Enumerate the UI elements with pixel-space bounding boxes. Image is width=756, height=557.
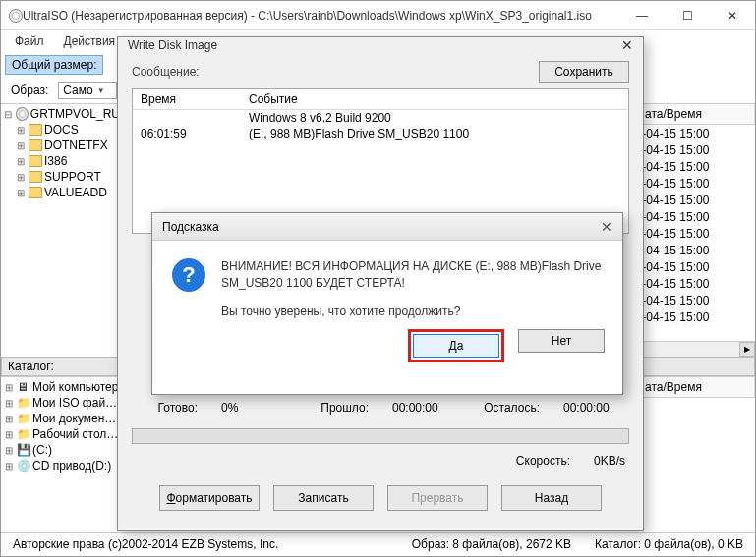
abort-button: Прервать <box>387 485 488 511</box>
wdi-close-icon[interactable]: ✕ <box>621 37 633 53</box>
ready-value: 0% <box>221 401 283 415</box>
yes-button[interactable]: Да <box>413 334 499 358</box>
local-tree-item[interactable]: ⊞📁Мои ISO фай… <box>1 395 122 411</box>
confirm-close-icon[interactable]: ✕ <box>601 219 612 235</box>
format-button[interactable]: Форматировать <box>159 485 260 511</box>
progress-bar <box>132 428 629 444</box>
confirm-dialog: Подсказка ✕ ? ВНИМАНИЕ! ВСЯ ИНФОРМАЦИЯ Н… <box>151 212 623 395</box>
remain-label: Осталось: <box>478 401 540 415</box>
message-label: Сообщение: <box>132 65 200 79</box>
back-button[interactable]: Назад <box>501 485 602 511</box>
chevron-down-icon: ▼ <box>97 86 105 95</box>
local-tree-item[interactable]: ⊞💾(C:) <box>1 442 122 458</box>
log-col-event: Событие <box>241 89 628 109</box>
local-tree-item[interactable]: ⊞💿CD привод(D:) <box>1 458 122 473</box>
menu-actions[interactable]: Действия <box>54 32 126 50</box>
status-catalog: Каталог: 0 файла(ов), 0 KB <box>595 537 743 551</box>
elapsed-label: Прошло: <box>307 401 369 415</box>
status-image: Образ: 8 файла(ов), 2672 KB <box>412 537 571 551</box>
local-tree-item[interactable]: ⊞📁Мои докумен… <box>1 411 122 426</box>
app-icon <box>9 9 23 23</box>
folder-icon <box>29 124 42 136</box>
folder-icon <box>29 171 42 183</box>
ready-label: Готово: <box>136 401 198 415</box>
image-label: Образ: <box>5 82 54 99</box>
folder-icon <box>29 155 42 167</box>
log-col-time: Время <box>133 89 241 109</box>
local-tree-item[interactable]: ⊞📁Рабочий стол… <box>1 426 122 442</box>
menu-file[interactable]: Файл <box>5 32 54 50</box>
yes-highlight: Да <box>408 329 504 362</box>
elapsed-value: 00:00:00 <box>392 401 454 415</box>
save-button[interactable]: Сохранить <box>539 61 629 83</box>
col-date[interactable]: ата/Время <box>637 104 755 124</box>
status-copyright: Авторские права (c)2002-2014 EZB Systems… <box>13 537 388 551</box>
remain-value: 00:00:00 <box>563 401 625 415</box>
write-button[interactable]: Записать <box>273 485 374 511</box>
confirm-warning: ВНИМАНИЕ! ВСЯ ИНФОРМАЦИЯ НА ДИСКЕ (E:, 9… <box>221 258 603 292</box>
folder-icon <box>29 187 42 198</box>
total-size-label: Общий размер: <box>5 55 103 75</box>
confirm-title: Подсказка <box>162 220 219 234</box>
col-date-lower[interactable]: ата/Время <box>637 377 755 397</box>
local-tree-item[interactable]: ⊞🖥Мой компьютер <box>1 379 122 395</box>
image-combo[interactable]: Само▼ <box>58 82 117 99</box>
minimize-button[interactable]: — <box>619 1 665 30</box>
window-title: UltraISO (Незарегистрированная версия) -… <box>23 9 619 23</box>
maximize-button[interactable]: ☐ <box>665 1 710 30</box>
no-button[interactable]: Нет <box>518 329 605 353</box>
disc-icon <box>16 107 29 121</box>
confirm-question: Вы точно уверены, что хотите продолжить? <box>221 304 603 320</box>
close-button[interactable]: ✕ <box>710 1 755 30</box>
folder-icon <box>29 139 42 151</box>
question-icon: ? <box>172 258 205 292</box>
speed-label: Скорость: <box>516 454 570 468</box>
speed-value: 0KB/s <box>594 454 625 468</box>
local-tree[interactable]: ⊞🖥Мой компьютер⊞📁Мои ISO фай…⊞📁Мои докум… <box>1 377 123 504</box>
wdi-title: Write Disk Image <box>128 38 217 52</box>
image-tree[interactable]: ⊟GRTMPVOL_RU ⊞DOCS ⊞DOTNETFX ⊞I386 ⊞SUPP… <box>1 104 123 357</box>
